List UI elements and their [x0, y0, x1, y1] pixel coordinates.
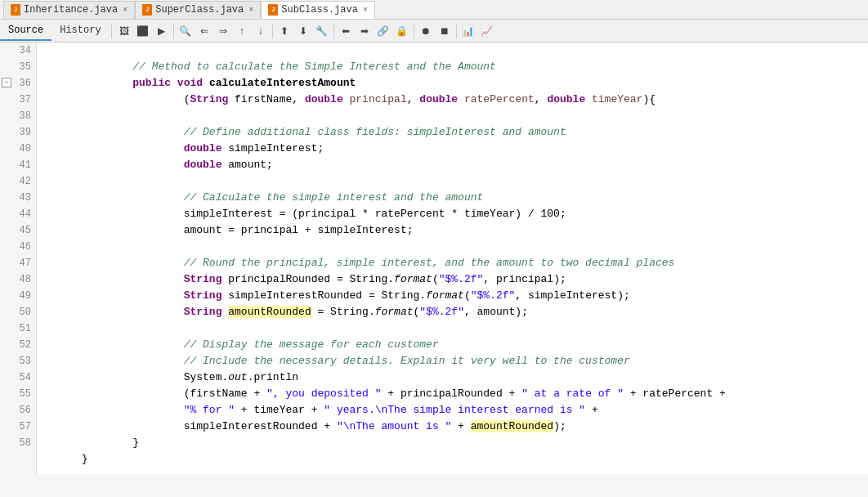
editor-tab-nav: Source History [0, 20, 110, 43]
ln-49: 49 [0, 288, 36, 304]
str-56a: "\nThe amount is " [337, 420, 451, 432]
toolbar-btn-17[interactable]: ⏹ [436, 22, 454, 40]
toolbar-btn-2[interactable]: ⬛ [134, 22, 152, 40]
source-tab[interactable]: Source [0, 21, 51, 41]
ln-47: 47 [0, 255, 36, 271]
sep6 [456, 24, 457, 38]
kw-double-40: double [184, 159, 222, 171]
ln-54: 54 [0, 369, 36, 386]
str-49: "$%.2f" [419, 306, 464, 318]
ln-56: 56 [0, 402, 36, 419]
code-line-51: // Display the message for each customer [43, 320, 868, 337]
toolbar-btn-7[interactable]: ↑ [233, 22, 251, 40]
highlight-amountrounded-49: amountRounded [228, 306, 311, 318]
ln-46: 46 [0, 239, 36, 255]
method-name-35: calculateInterestAmount [209, 77, 356, 89]
ln-39: 39 [0, 124, 36, 141]
tab-label-subclass: SubClass.java [281, 4, 358, 16]
toolbar-btn-8[interactable]: ↓ [252, 22, 270, 40]
sep1 [111, 24, 112, 38]
toolbar-btn-14[interactable]: 🔗 [374, 22, 392, 40]
str-54b: " at a rate of " [521, 387, 624, 400]
toolbar-btn-18[interactable]: 📊 [459, 22, 477, 40]
highlight-amountrounded-56: amountRounded [471, 420, 553, 432]
code-content[interactable]: // Method to calculate the Simple Intere… [37, 43, 868, 474]
out-53: out [228, 371, 247, 383]
code-line-34: // Method to calculate the Simple Intere… [43, 43, 868, 59]
collapse-icon-36[interactable]: − [2, 78, 11, 87]
comment-52: // Include the necessary details. Explai… [82, 355, 630, 367]
toolbar-btn-9[interactable]: ⬆ [275, 22, 293, 40]
code-line-46: // Round the principal, simple interest,… [43, 239, 868, 255]
toolbar-btn-5[interactable]: ⇐ [195, 22, 213, 40]
code-line-42: // Calculate the simple interest and the… [43, 173, 868, 190]
kw-double1-36: double [305, 93, 343, 105]
sep2 [173, 24, 174, 38]
ln-50: 50 [0, 304, 36, 320]
kw-double-39: double [184, 142, 222, 154]
toolbar-btn-4[interactable]: 🔍 [177, 22, 195, 40]
format-47: format [394, 273, 432, 285]
toolbar-btn-6[interactable]: ⇒ [214, 22, 232, 40]
toolbar-btn-10[interactable]: ⬇ [294, 22, 312, 40]
toolbar-btn-12[interactable]: ⬅ [337, 22, 355, 40]
ln-43: 43 [0, 190, 36, 206]
toolbar-btn-3[interactable]: ▶ [153, 22, 171, 40]
java-icon: J [11, 4, 20, 16]
ln-57: 57 [0, 419, 36, 435]
ln-48: 48 [0, 271, 36, 288]
ln-55: 55 [0, 386, 36, 402]
toolbar-btn-1[interactable]: 🖼 [115, 22, 133, 40]
format-49: format [375, 306, 414, 318]
tab-close-subclass[interactable]: × [363, 6, 368, 15]
tab-inheritance[interactable]: J Inheritance.java × [3, 1, 135, 19]
ln-40: 40 [0, 141, 36, 157]
comment-38: // Define additional class fields: simpl… [82, 126, 566, 138]
java-icon-super: J [142, 4, 152, 16]
code-line-38: // Define additional class fields: simpl… [43, 108, 868, 124]
comment-34: // Method to calculate the Simple Intere… [82, 60, 496, 73]
ln-58: 58 [0, 435, 36, 451]
comment-46: // Round the principal, simple interest,… [82, 257, 675, 269]
sep3 [272, 24, 273, 38]
ln-35: 35 [0, 59, 36, 75]
ln-41: 41 [0, 157, 36, 173]
ln-44: 44 [0, 206, 36, 222]
toolbar-btn-11[interactable]: 🔧 [313, 22, 331, 40]
tab-close-superclass[interactable]: × [248, 6, 253, 15]
ln-36: − 36 [0, 75, 36, 92]
ln-45: 45 [0, 222, 36, 239]
kw-double3-36: double [547, 93, 585, 105]
kw-public-35: public [132, 77, 171, 89]
str-48: "$%.2f" [471, 289, 516, 302]
kw-string-48: String [184, 289, 222, 302]
history-tab[interactable]: History [51, 21, 109, 41]
code-line-58: } [43, 435, 868, 451]
kw-double2-36: double [419, 93, 458, 105]
sep5 [414, 24, 414, 38]
tab-superclass[interactable]: J SuperClass.java × [135, 1, 261, 19]
ln-53: 53 [0, 353, 36, 369]
toolbar-btn-16[interactable]: ⏺ [417, 22, 435, 40]
str-55b: " years.\nThe simple interest earned is … [324, 404, 585, 416]
kw-string-47: String [184, 273, 222, 285]
comment-51: // Display the message for each customer [82, 338, 439, 351]
tab-bar: J Inheritance.java × J SuperClass.java ×… [0, 0, 868, 20]
code-editor: 34 35 − 36 37 38 39 40 41 42 43 44 45 46… [0, 43, 868, 474]
ln-51: 51 [0, 320, 36, 337]
str-55a: "% for " [184, 404, 235, 416]
sep4 [333, 24, 334, 38]
comment-42: // Calculate the simple interest and the… [82, 191, 483, 204]
toolbar-btn-15[interactable]: 🔒 [393, 22, 411, 40]
tab-subclass[interactable]: J SubClass.java × [261, 1, 375, 19]
tab-label-superclass: SuperClass.java [155, 4, 244, 16]
str-54a: ", you deposited " [266, 387, 381, 400]
ln-52: 52 [0, 337, 36, 353]
java-icon-sub: J [268, 4, 278, 16]
toolbar-btn-19[interactable]: 📈 [478, 22, 496, 40]
toolbar-btn-13[interactable]: ➡ [356, 22, 374, 40]
kw-void-35: void [177, 77, 203, 89]
tab-close-inheritance[interactable]: × [123, 6, 128, 15]
format-48: format [426, 289, 464, 302]
kw-string-49: String [184, 306, 222, 318]
